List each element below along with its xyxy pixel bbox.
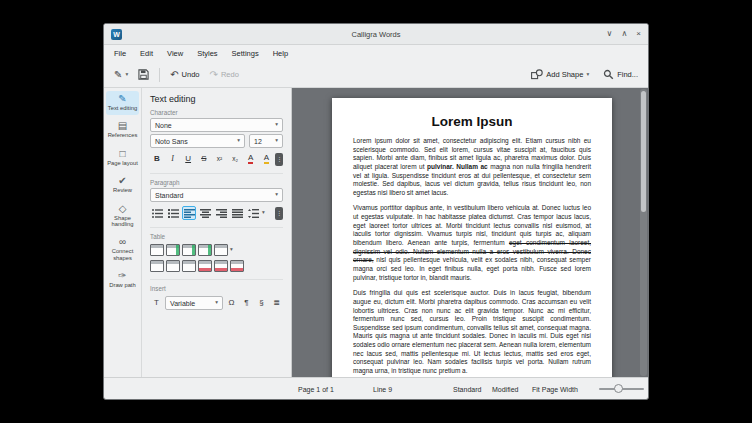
dock-tab-text-editing[interactable]: ✎ Text editing [106,91,139,115]
chevron-down-icon: ▾ [586,72,589,78]
table-more-chevron-icon[interactable]: ▾ [230,247,233,253]
align-left-button[interactable] [182,206,196,220]
menu-file[interactable]: File [107,47,133,60]
insert-table-icon[interactable] [150,244,164,256]
page-indicator: Page 1 of 1 [298,385,334,392]
chevron-down-icon: ▾ [275,192,278,198]
numbered-list-button[interactable] [166,206,180,220]
delete-row-icon[interactable] [198,260,212,272]
save-button[interactable] [133,66,154,83]
insert-toc-icon[interactable]: ≣ [270,297,283,310]
search-icon [603,69,614,80]
dock-tab-draw-path[interactable]: ✑ Draw path [106,268,139,292]
zoom-slider-handle[interactable] [614,384,623,393]
align-left-icon [184,209,195,218]
paragraph-more-chevron-icon[interactable]: ▾ [262,210,265,216]
document-page[interactable]: Lorem Ipsun Lorem ipsum dolor sit amet, … [332,98,612,377]
undo-icon: ↶ [170,70,178,80]
superscript-button[interactable]: x² [213,152,227,166]
titlebar[interactable]: W Calligra Words ∨ ∧ × [104,24,648,45]
insert-row-below-icon[interactable] [182,244,196,256]
delete-column-icon[interactable] [214,260,228,272]
merge-cells-icon[interactable] [150,260,164,272]
find-button[interactable]: Find... [598,66,643,83]
insert-text-frame-icon[interactable]: T [150,297,163,310]
font-color-button[interactable]: A [244,152,258,166]
split-cells-icon[interactable] [166,260,180,272]
insert-paragraph-icon[interactable]: ¶ [240,297,253,310]
add-shape-icon [531,69,543,80]
special-character-icon[interactable]: Ω [225,297,238,310]
dock-tab-page-layout[interactable]: □ Page layout [106,146,139,170]
background-color-icon: A [264,154,269,164]
chevron-down-icon: ▾ [275,138,278,144]
undo-label: Undo [182,71,200,79]
font-size-select[interactable]: 12 ▾ [249,134,283,148]
zoom-mode-button[interactable]: Fit Page Width [532,385,578,392]
chevron-down-icon: ▾ [237,138,240,144]
font-color-icon: A [248,154,253,164]
chevron-down-icon: ▾ [275,122,278,128]
align-justify-button[interactable] [230,206,244,220]
dock-tab-label: Page layout [107,160,138,166]
app-icon-letter: W [113,31,120,38]
window-controls: ∨ ∧ × [607,30,641,38]
zoom-slider[interactable] [599,378,644,399]
dock-tab-shape-handling[interactable]: ◇ Shape handling [106,201,139,232]
menu-styles[interactable]: Styles [190,47,224,60]
maximize-button[interactable]: ∧ [621,30,627,38]
insert-row-above-icon[interactable] [166,244,180,256]
variable-select[interactable]: Variable ▾ [165,296,223,310]
dock-tab-references[interactable]: ▤ References [106,118,139,142]
close-button[interactable]: × [636,30,641,38]
menu-settings[interactable]: Settings [225,47,266,60]
paragraph-style-select[interactable]: Standard ▾ [150,188,283,202]
references-icon: ▤ [118,121,127,131]
chevron-down-icon: ▾ [125,72,128,78]
background-color-button[interactable]: A [260,152,274,166]
bullet-list-button[interactable] [150,206,164,220]
vertical-scrollbar[interactable] [640,89,647,376]
insert-column-right-icon[interactable] [214,244,228,256]
italic-button[interactable]: I [166,152,180,166]
subscript-button[interactable]: x₂ [228,152,242,166]
redo-button[interactable]: ↷ Redo [204,67,243,83]
align-center-icon [200,209,211,218]
insert-section-icon[interactable]: § [255,297,268,310]
paragraph-more-options-button[interactable]: ⋮ [275,207,283,220]
toolbar-right-group: Add Shape ▾ Find... [526,66,643,83]
underline-button[interactable]: U [181,152,195,166]
table-section-label: Table [150,227,283,240]
undo-button[interactable]: ↶ Undo [165,67,204,83]
delete-table-icon[interactable] [230,260,244,272]
bold-button[interactable]: B [150,152,164,166]
line-spacing-button[interactable] [246,206,260,220]
dock-tab-label: Review [113,187,132,193]
panel-title: Text editing [150,94,283,104]
document-edit-button[interactable]: ✎ ▾ [109,67,133,83]
align-right-button[interactable] [214,206,228,220]
menu-view[interactable]: View [160,47,190,60]
dock-tab-review[interactable]: ✔ Review [106,173,139,197]
character-more-options-button[interactable]: ⋮ [275,153,283,166]
minimize-button[interactable]: ∨ [607,30,613,38]
align-center-button[interactable] [198,206,212,220]
numbered-list-icon [168,209,179,218]
calligra-words-window: W Calligra Words ∨ ∧ × File Edit View St… [103,23,649,400]
adjust-row-icon[interactable] [182,260,196,272]
strikethrough-button[interactable]: S [197,152,211,166]
line-spacing-icon [248,209,259,218]
dock-tab-connect-shapes[interactable]: ∞ Connect shapes [106,234,139,265]
font-family-select[interactable]: Noto Sans ▾ [150,134,245,148]
font-family-value: Noto Sans [155,138,188,145]
menu-help[interactable]: Help [266,47,295,60]
character-style-select[interactable]: None ▾ [150,118,283,132]
review-icon: ✔ [118,176,126,186]
menu-edit[interactable]: Edit [133,47,160,60]
add-shape-button[interactable]: Add Shape ▾ [526,66,594,83]
insert-column-left-icon[interactable] [198,244,212,256]
paragraph-style-value: Standard [155,192,183,199]
paragraph-2: Vivamus porttitor dapibus ante, in vesti… [353,204,591,282]
find-label: Find... [617,71,638,79]
vertical-scrollbar-thumb[interactable] [641,91,646,212]
